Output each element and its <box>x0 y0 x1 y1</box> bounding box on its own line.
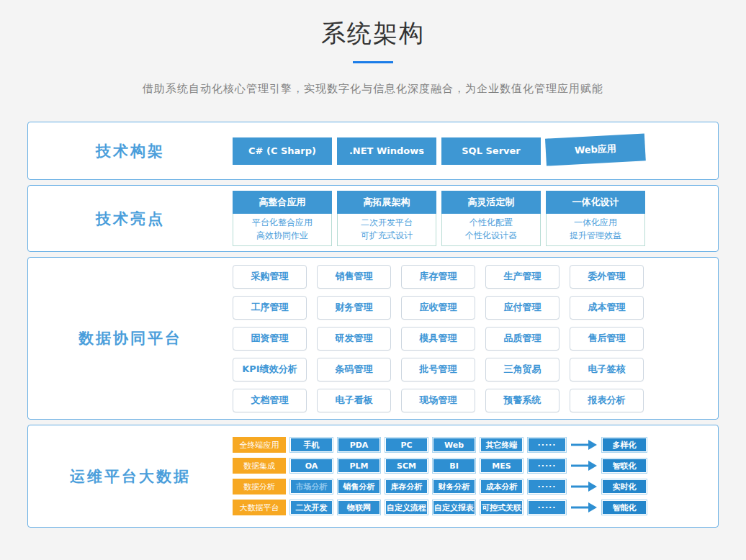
title-underline <box>353 61 393 63</box>
platform-label: 数据协同平台 <box>78 330 182 347</box>
platform-grid: 采购管理 销售管理 库存管理 生产管理 委外管理 工序管理 财务管理 应收管理 … <box>233 265 644 412</box>
arrow-right-icon <box>570 440 598 450</box>
section-tech-stack: 技术构架 C# (C Sharp) .NET Windows SQL Serve… <box>27 122 719 180</box>
highlights-label: 技术亮点 <box>96 210 165 227</box>
bigdata-row: 全终端应用 手机 PDA PC Web 其它终端 ····· 多样化 <box>233 437 647 453</box>
row-item: 财务分析 <box>432 479 476 494</box>
tech-stack-buttons: C# (C Sharp) .NET Windows SQL Server Web… <box>233 137 645 165</box>
tech-button-dotnet: .NET Windows <box>337 137 436 165</box>
row-result: 智能化 <box>601 500 647 515</box>
row-tag: 大数据平台 <box>233 500 286 515</box>
page-subtitle: 借助系统自动化核心管理引擎，实现数字化与信息化深度融合，为企业数值化管理应用赋能 <box>0 82 746 96</box>
arrow-right-icon <box>570 461 598 471</box>
platform-button: 应收管理 <box>401 296 475 320</box>
row-item: 库存分析 <box>385 479 428 494</box>
row-tag: 数据分析 <box>233 479 286 494</box>
bigdata-row: 数据分析 市场分析 销售分析 库存分析 财务分析 成本分析 ····· 实时化 <box>233 479 647 494</box>
page-title: 系统架构 <box>0 17 746 50</box>
card-title: 高整合应用 <box>233 191 332 214</box>
platform-button: 委外管理 <box>570 265 644 289</box>
highlight-card: 高灵活定制 个性化配置 个性化设计器 <box>441 191 541 246</box>
row-tag: 数据集成 <box>233 458 286 474</box>
platform-button: 生产管理 <box>485 265 560 289</box>
card-line: 一体化应用 <box>547 216 644 229</box>
platform-button: 条码管理 <box>317 358 391 381</box>
platform-button: 研发管理 <box>317 327 391 351</box>
row-item-ellipsis: ····· <box>527 458 567 474</box>
tech-stack-label: 技术构架 <box>96 143 165 160</box>
tech-button-web: Web应用 <box>545 133 646 166</box>
platform-button: 电子看板 <box>317 389 391 412</box>
platform-button: 三角贸易 <box>485 358 560 381</box>
card-line: 二次开发平台 <box>338 216 436 229</box>
row-item: 可控式关联 <box>480 500 523 515</box>
card-line: 个性化配置 <box>442 216 540 229</box>
row-result: 实时化 <box>601 479 647 494</box>
row-item: MES <box>480 458 523 474</box>
platform-button: 报表分析 <box>570 389 644 412</box>
platform-button: 模具管理 <box>401 327 475 351</box>
bigdata-row: 数据集成 OA PLM SCM BI MES ····· 智联化 <box>233 458 647 474</box>
row-tag: 全终端应用 <box>233 437 286 453</box>
row-item: 其它终端 <box>480 437 523 453</box>
arrow-right-icon <box>570 502 598 512</box>
highlight-card: 高整合应用 平台化整合应用 高效协同作业 <box>233 191 332 246</box>
platform-button: 财务管理 <box>317 296 391 320</box>
card-line: 可扩充式设计 <box>338 229 436 242</box>
platform-button: 批号管理 <box>401 358 475 381</box>
platform-button: 固资管理 <box>233 327 307 351</box>
row-item: PLM <box>337 458 381 474</box>
platform-button: KPI绩效分析 <box>233 358 307 381</box>
card-title: 高灵活定制 <box>441 191 541 214</box>
platform-button: 品质管理 <box>485 327 560 351</box>
card-line: 提升管理效益 <box>547 229 644 242</box>
platform-button: 预警系统 <box>485 389 560 412</box>
row-item: 销售分析 <box>337 479 381 494</box>
row-item: 市场分析 <box>289 479 333 494</box>
platform-button: 售后管理 <box>570 327 644 351</box>
tech-button-sqlserver: SQL Server <box>441 137 541 165</box>
row-item: BI <box>432 458 476 474</box>
row-item: 自定义报表 <box>432 500 476 515</box>
section-bigdata: 运维平台大数据 全终端应用 手机 PDA PC Web 其它终端 ····· 多… <box>27 425 719 528</box>
row-result: 智联化 <box>601 458 647 474</box>
row-item: 物联网 <box>337 500 381 515</box>
card-line: 高效协同作业 <box>233 229 331 242</box>
row-item: PDA <box>337 437 381 453</box>
row-item-ellipsis: ····· <box>527 437 567 453</box>
platform-button: 应付管理 <box>485 296 560 320</box>
platform-button: 成本管理 <box>570 296 644 320</box>
row-item: 成本分析 <box>480 479 523 494</box>
platform-button: 采购管理 <box>233 265 307 289</box>
row-item: SCM <box>385 458 428 474</box>
sections-container: 技术构架 C# (C Sharp) .NET Windows SQL Serve… <box>27 122 719 528</box>
highlight-card: 一体化设计 一体化应用 提升管理效益 <box>546 191 645 246</box>
row-result: 多样化 <box>601 437 647 453</box>
arrow-right-icon <box>570 482 598 492</box>
card-line: 个性化设计器 <box>442 229 540 242</box>
row-item: 手机 <box>289 437 333 453</box>
card-title: 一体化设计 <box>546 191 645 214</box>
bigdata-label: 运维平台大数据 <box>70 468 191 485</box>
row-item-ellipsis: ····· <box>527 500 567 515</box>
platform-button: 销售管理 <box>317 265 391 289</box>
highlight-card: 高拓展架构 二次开发平台 可扩充式设计 <box>337 191 436 246</box>
platform-button: 工序管理 <box>233 296 307 320</box>
platform-button: 电子签核 <box>570 358 644 381</box>
row-item: 二次开发 <box>289 500 333 515</box>
section-platform: 数据协同平台 采购管理 销售管理 库存管理 生产管理 委外管理 工序管理 财务管… <box>27 257 719 420</box>
row-item-ellipsis: ····· <box>527 479 567 494</box>
platform-button: 文档管理 <box>233 389 307 412</box>
row-item: 自定义流程 <box>385 500 428 515</box>
highlight-cards: 高整合应用 平台化整合应用 高效协同作业 高拓展架构 二次开发平台 可扩充式设计… <box>233 191 645 246</box>
row-item: OA <box>289 458 333 474</box>
card-title: 高拓展架构 <box>337 191 436 214</box>
card-line: 平台化整合应用 <box>233 216 331 229</box>
tech-button-csharp: C# (C Sharp) <box>233 137 332 165</box>
row-item: Web <box>432 437 476 453</box>
section-highlights: 技术亮点 高整合应用 平台化整合应用 高效协同作业 高拓展架构 二次开发平台 可… <box>27 185 719 252</box>
platform-button: 库存管理 <box>401 265 475 289</box>
page-header: 系统架构 借助系统自动化核心管理引擎，实现数字化与信息化深度融合，为企业数值化管… <box>0 0 746 96</box>
bigdata-rows: 全终端应用 手机 PDA PC Web 其它终端 ····· 多样化 数据集成 … <box>233 437 647 515</box>
platform-button: 现场管理 <box>401 389 475 412</box>
